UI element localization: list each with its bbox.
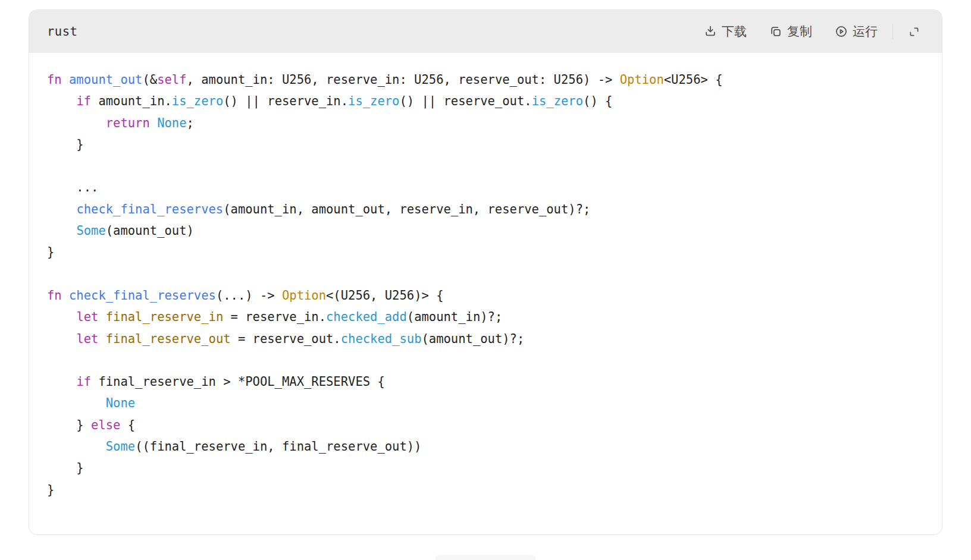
- code-line: [47, 350, 924, 371]
- copy-button[interactable]: 复制: [769, 23, 812, 40]
- code-line: [47, 155, 924, 177]
- code-line: } else {: [47, 414, 924, 436]
- code-line: let final_reserve_in = reserve_in.checke…: [47, 306, 924, 328]
- header-actions: 下载 复制 运行: [704, 23, 920, 40]
- header-divider: [892, 24, 893, 39]
- code-block-card: rust 下载 复制: [29, 10, 942, 535]
- run-icon: [835, 25, 848, 38]
- code-line: None: [47, 392, 924, 414]
- below-fold-element-partial: [435, 555, 536, 560]
- code-line: if final_reserve_in > *POOL_MAX_RESERVES…: [47, 371, 924, 392]
- code-line: }: [47, 457, 924, 479]
- code-line: }: [47, 241, 924, 263]
- code-line: ...: [47, 177, 924, 198]
- download-button-label: 下载: [722, 23, 747, 40]
- code-line: Some(amount_out): [47, 220, 924, 241]
- code-line: return None;: [47, 112, 924, 134]
- expand-button[interactable]: [908, 26, 920, 38]
- code-line: [47, 263, 924, 285]
- code-line: fn amount_out(&self, amount_in: U256, re…: [47, 69, 924, 90]
- code-line: Some((final_reserve_in, final_reserve_ou…: [47, 436, 924, 457]
- copy-button-label: 复制: [787, 23, 812, 40]
- copy-icon: [769, 25, 782, 38]
- code-line: }: [47, 134, 924, 155]
- code-block-header: rust 下载 复制: [29, 10, 942, 53]
- language-label: rust: [47, 24, 77, 39]
- code-line: check_final_reserves(amount_in, amount_o…: [47, 199, 924, 220]
- expand-icon: [908, 26, 920, 38]
- code-line: }: [47, 479, 924, 501]
- code-content: fn amount_out(&self, amount_in: U256, re…: [29, 53, 942, 518]
- code-line: if amount_in.is_zero() || reserve_in.is_…: [47, 90, 924, 112]
- run-button-label: 运行: [853, 23, 878, 40]
- code-line: fn check_final_reserves(...) -> Option<(…: [47, 285, 924, 306]
- run-button[interactable]: 运行: [835, 23, 878, 40]
- code-line: let final_reserve_out = reserve_out.chec…: [47, 328, 924, 350]
- download-icon: [704, 25, 717, 38]
- download-button[interactable]: 下载: [704, 23, 747, 40]
